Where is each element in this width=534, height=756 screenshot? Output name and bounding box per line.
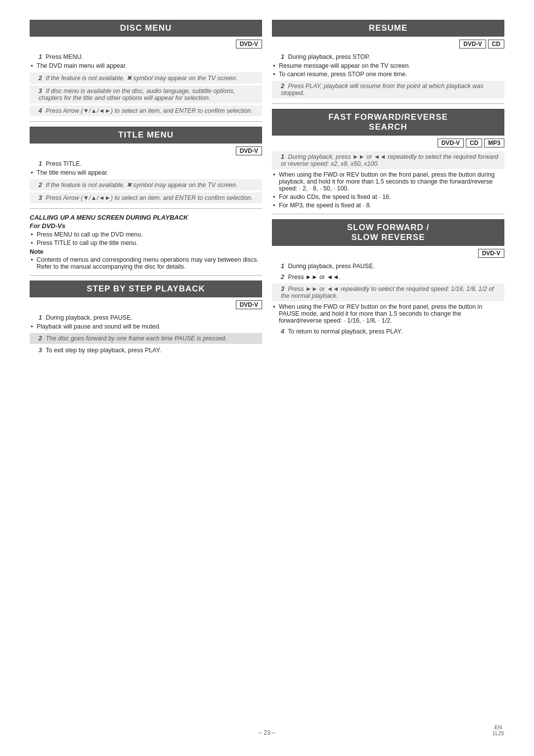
ff-badge-dvdv: DVD-V xyxy=(438,139,464,147)
title-menu-bullet1: The title menu will appear. xyxy=(30,169,262,176)
sbs-step2: 2 The disc goes forward by one frame eac… xyxy=(30,333,262,344)
disc-menu-badges: DVD-V xyxy=(30,40,262,48)
sbs-bullet1: Playback will pause and sound will be mu… xyxy=(30,323,262,330)
page: DISC MENU DVD-V 1 Press MENU. The DVD ma… xyxy=(0,0,534,756)
divider-r1 xyxy=(272,103,504,104)
divider-r2 xyxy=(272,214,504,214)
divider-2 xyxy=(30,208,262,209)
ff-badge-mp3: MP3 xyxy=(484,139,504,147)
resume-header: RESUME xyxy=(272,20,504,37)
calling-bullet2: Press TITLE to call up the title menu. xyxy=(30,239,262,246)
disc-menu-bullet1: The DVD main menu will appear. xyxy=(30,62,262,69)
step-by-step-badges: DVD-V xyxy=(30,300,262,309)
for-dvd-label: For DVD-Vs xyxy=(30,222,262,230)
ff-bullet1: When using the FWD or REV button on the … xyxy=(272,171,504,192)
divider-3 xyxy=(30,275,262,276)
fast-forward-badges: DVD-V CD MP3 xyxy=(272,139,504,147)
resume-bullet1: Resume message will appear on the TV scr… xyxy=(272,62,504,69)
slow-forward-header: SLOW FORWARD /SLOW REVERSE xyxy=(272,219,504,246)
disc-menu-step1: 1 Press MENU. The DVD main menu will app… xyxy=(30,52,262,69)
title-menu-header: TITLE MENU xyxy=(30,127,262,143)
sbs-step1-text: 1 During playback, press PAUSE. xyxy=(30,313,262,322)
resume-step1: 1 During playback, press STOP. Resume me… xyxy=(272,52,504,78)
sf-step4: 4 To return to normal playback, press PL… xyxy=(272,327,504,336)
resume-badge-cd: CD xyxy=(488,40,504,48)
disc-menu-step4: 4 Press Arrow (▼/▲/◄►) to select an item… xyxy=(30,105,262,116)
resume-bullet2: To cancel resume, press STOP one more ti… xyxy=(272,71,504,78)
disc-menu-step1-text: 1 Press MENU. xyxy=(30,52,262,61)
disc-menu-header: DISC MENU xyxy=(30,20,262,37)
resume-badge-dvdv: DVD-V xyxy=(459,40,486,48)
note-label: Note xyxy=(30,248,262,255)
resume-step1-text: 1 During playback, press STOP. xyxy=(272,52,504,61)
title-menu-step1-text: 1 Press TITLE. xyxy=(30,159,262,168)
title-menu-badge-dvdv: DVD-V xyxy=(236,146,262,155)
sf-badge-dvdv: DVD-V xyxy=(478,249,504,258)
step-by-step-header: STEP BY STEP PLAYBACK xyxy=(30,281,262,297)
sf-step1: 1 During playback, press PAUSE. xyxy=(272,262,504,271)
page-number: – 23 – xyxy=(259,729,275,736)
sf-step3: 3 Press ►► or ◄◄ repeatedly to select th… xyxy=(272,284,504,301)
resume-badges: DVD-V CD xyxy=(272,40,504,48)
disc-menu-step3: 3 If disc menu is available on the disc,… xyxy=(30,86,262,103)
title-menu-step2: 2 If the feature is not available, ✖ sym… xyxy=(30,179,262,190)
ff-step1: 1 During playback, press ►► or ◄◄ repeat… xyxy=(272,151,504,169)
page-footer: – 23 – EN1L25 xyxy=(30,729,504,736)
step-by-step-badge-dvdv: DVD-V xyxy=(236,300,262,309)
sbs-step3: 3 To exit step by step playback, press P… xyxy=(30,346,262,355)
main-content: DISC MENU DVD-V 1 Press MENU. The DVD ma… xyxy=(30,20,504,714)
sf-bullet1: When using the FWD or REV button on the … xyxy=(272,303,504,324)
disc-menu-step2: 2 If the feature is not available, ✖ sym… xyxy=(30,72,262,84)
right-column: RESUME DVD-V CD 1 During playback, press… xyxy=(272,20,504,714)
resume-step2: 2 Press PLAY, playback will resume from … xyxy=(272,81,504,98)
sf-step2: 2 Press ►► or ◄◄. xyxy=(272,273,504,282)
disc-menu-badge-dvdv: DVD-V xyxy=(236,40,262,48)
divider-1 xyxy=(30,121,262,122)
title-menu-badges: DVD-V xyxy=(30,146,262,155)
ff-bullet2: For audio CDs, the speed is fixed at · 1… xyxy=(272,193,504,200)
calling-heading: CALLING UP A MENU SCREEN DURING PLAYBACK xyxy=(30,214,262,221)
fast-forward-header: FAST FORWARD/REVERSESEARCH xyxy=(272,109,504,136)
slow-forward-badges: DVD-V xyxy=(272,249,504,258)
ff-bullet3: For MP3, the speed is fixed at · 8. xyxy=(272,202,504,209)
left-column: DISC MENU DVD-V 1 Press MENU. The DVD ma… xyxy=(30,20,262,714)
ff-badge-cd: CD xyxy=(466,139,482,147)
en-code: EN1L25 xyxy=(492,724,504,736)
calling-bullet1: Press MENU to call up the DVD menu. xyxy=(30,231,262,238)
note-bullet1: Contents of menus and corresponding menu… xyxy=(30,256,262,270)
sbs-step1: 1 During playback, press PAUSE. Playback… xyxy=(30,313,262,330)
title-menu-step1: 1 Press TITLE. The title menu will appea… xyxy=(30,159,262,176)
title-menu-step3: 3 Press Arrow (▼/▲/◄►) to select an item… xyxy=(30,192,262,203)
